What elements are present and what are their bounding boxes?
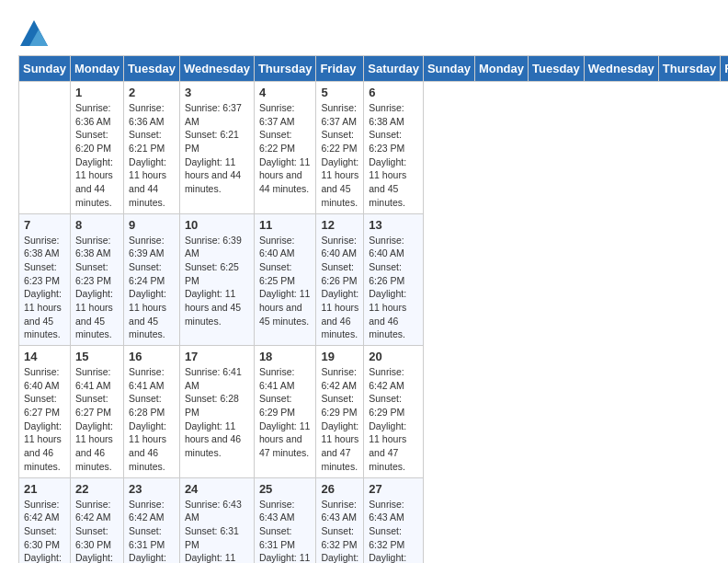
day-number: 24 — [185, 482, 249, 496]
day-header-sunday: Sunday — [423, 56, 474, 82]
calendar-table: SundayMondayTuesdayWednesdayThursdayFrid… — [18, 55, 728, 563]
week-row-1: 1Sunrise: 6:36 AMSunset: 6:20 PMDaylight… — [19, 82, 729, 214]
cell-info: Sunrise: 6:42 AMSunset: 6:30 PMDaylight:… — [75, 499, 113, 564]
day-number: 19 — [321, 350, 358, 363]
cell-info: Sunrise: 6:39 AMSunset: 6:25 PMDaylight:… — [185, 235, 242, 327]
calendar-cell: 14Sunrise: 6:40 AMSunset: 6:27 PMDayligh… — [19, 346, 71, 478]
day-number: 16 — [129, 350, 175, 363]
day-number: 3 — [185, 86, 249, 99]
cell-info: Sunrise: 6:42 AMSunset: 6:31 PMDaylight:… — [129, 499, 166, 564]
calendar-cell: 23Sunrise: 6:42 AMSunset: 6:31 PMDayligh… — [124, 477, 180, 563]
day-number: 9 — [129, 218, 175, 232]
calendar-cell: 11Sunrise: 6:40 AMSunset: 6:25 PMDayligh… — [254, 213, 316, 346]
cell-info: Sunrise: 6:42 AMSunset: 6:29 PMDaylight:… — [321, 366, 358, 472]
cell-info: Sunrise: 6:40 AMSunset: 6:25 PMDaylight:… — [259, 235, 310, 327]
calendar-cell: 15Sunrise: 6:41 AMSunset: 6:27 PMDayligh… — [70, 346, 123, 478]
day-header-friday: Friday — [316, 56, 364, 82]
calendar-cell: 21Sunrise: 6:42 AMSunset: 6:30 PMDayligh… — [19, 477, 71, 563]
calendar-cell: 19Sunrise: 6:42 AMSunset: 6:29 PMDayligh… — [316, 346, 364, 478]
calendar-cell: 5Sunrise: 6:37 AMSunset: 6:22 PMDaylight… — [316, 82, 364, 214]
calendar-cell: 27Sunrise: 6:43 AMSunset: 6:32 PMDayligh… — [364, 477, 424, 563]
day-number: 11 — [259, 218, 312, 232]
calendar-cell: 13Sunrise: 6:40 AMSunset: 6:26 PMDayligh… — [364, 213, 424, 346]
day-number: 7 — [24, 218, 65, 232]
calendar-cell: 9Sunrise: 6:39 AMSunset: 6:24 PMDaylight… — [124, 213, 180, 346]
day-number: 4 — [259, 86, 312, 99]
cell-info: Sunrise: 6:43 AMSunset: 6:32 PMDaylight:… — [369, 499, 406, 564]
day-number: 5 — [321, 86, 358, 99]
cell-info: Sunrise: 6:41 AMSunset: 6:28 PMDaylight:… — [129, 366, 166, 472]
day-header-wednesday: Wednesday — [179, 56, 254, 82]
day-number: 14 — [24, 350, 65, 363]
day-number: 6 — [369, 86, 418, 99]
day-number: 25 — [259, 482, 312, 496]
week-row-3: 14Sunrise: 6:40 AMSunset: 6:27 PMDayligh… — [19, 346, 729, 478]
calendar-cell: 7Sunrise: 6:38 AMSunset: 6:23 PMDaylight… — [19, 213, 71, 346]
day-number: 18 — [259, 350, 312, 363]
cell-info: Sunrise: 6:36 AMSunset: 6:20 PMDaylight:… — [75, 102, 113, 208]
calendar-cell: 2Sunrise: 6:36 AMSunset: 6:21 PMDaylight… — [124, 82, 180, 214]
calendar-cell: 25Sunrise: 6:43 AMSunset: 6:31 PMDayligh… — [254, 477, 316, 563]
calendar-cell: 1Sunrise: 6:36 AMSunset: 6:20 PMDaylight… — [70, 82, 123, 214]
calendar-cell: 26Sunrise: 6:43 AMSunset: 6:32 PMDayligh… — [316, 477, 364, 563]
day-number: 21 — [24, 482, 65, 496]
cell-info: Sunrise: 6:37 AMSunset: 6:21 PMDaylight:… — [185, 102, 242, 194]
calendar-cell: 24Sunrise: 6:43 AMSunset: 6:31 PMDayligh… — [179, 477, 254, 563]
cell-info: Sunrise: 6:38 AMSunset: 6:23 PMDaylight:… — [369, 102, 406, 208]
day-number: 20 — [369, 350, 418, 363]
cell-info: Sunrise: 6:39 AMSunset: 6:24 PMDaylight:… — [129, 235, 166, 340]
day-header-tuesday: Tuesday — [529, 56, 585, 82]
day-header-thursday: Thursday — [658, 56, 721, 82]
cell-info: Sunrise: 6:38 AMSunset: 6:23 PMDaylight:… — [75, 235, 113, 340]
day-header-monday: Monday — [70, 56, 123, 82]
page-header — [18, 18, 710, 46]
calendar-cell: 16Sunrise: 6:41 AMSunset: 6:28 PMDayligh… — [124, 346, 180, 478]
day-number: 10 — [185, 218, 249, 232]
day-number: 8 — [75, 218, 119, 232]
day-header-sunday: Sunday — [19, 56, 71, 82]
calendar-cell — [19, 82, 71, 214]
day-number: 26 — [321, 482, 358, 496]
header-row: SundayMondayTuesdayWednesdayThursdayFrid… — [19, 56, 729, 82]
day-header-saturday: Saturday — [364, 56, 424, 82]
day-header-monday: Monday — [474, 56, 528, 82]
cell-info: Sunrise: 6:40 AMSunset: 6:26 PMDaylight:… — [369, 235, 406, 340]
calendar-cell: 17Sunrise: 6:41 AMSunset: 6:28 PMDayligh… — [179, 346, 254, 478]
cell-info: Sunrise: 6:36 AMSunset: 6:21 PMDaylight:… — [129, 102, 166, 208]
cell-info: Sunrise: 6:42 AMSunset: 6:30 PMDaylight:… — [24, 499, 62, 564]
day-number: 1 — [75, 86, 119, 99]
cell-info: Sunrise: 6:42 AMSunset: 6:29 PMDaylight:… — [369, 366, 406, 472]
day-number: 2 — [129, 86, 175, 99]
calendar-cell: 20Sunrise: 6:42 AMSunset: 6:29 PMDayligh… — [364, 346, 424, 478]
logo — [18, 18, 48, 46]
cell-info: Sunrise: 6:37 AMSunset: 6:22 PMDaylight:… — [259, 102, 310, 194]
cell-info: Sunrise: 6:43 AMSunset: 6:31 PMDaylight:… — [259, 499, 310, 564]
cell-info: Sunrise: 6:43 AMSunset: 6:31 PMDaylight:… — [185, 499, 242, 564]
day-number: 17 — [185, 350, 249, 363]
week-row-4: 21Sunrise: 6:42 AMSunset: 6:30 PMDayligh… — [19, 477, 729, 563]
logo-icon — [20, 20, 48, 46]
cell-info: Sunrise: 6:38 AMSunset: 6:23 PMDaylight:… — [24, 235, 62, 340]
day-number: 23 — [129, 482, 175, 496]
day-number: 13 — [369, 218, 418, 232]
day-header-wednesday: Wednesday — [584, 56, 658, 82]
cell-info: Sunrise: 6:40 AMSunset: 6:26 PMDaylight:… — [321, 235, 358, 340]
cell-info: Sunrise: 6:41 AMSunset: 6:28 PMDaylight:… — [185, 366, 242, 458]
cell-info: Sunrise: 6:41 AMSunset: 6:29 PMDaylight:… — [259, 366, 310, 458]
day-number: 22 — [75, 482, 119, 496]
week-row-2: 7Sunrise: 6:38 AMSunset: 6:23 PMDaylight… — [19, 213, 729, 346]
calendar-cell: 10Sunrise: 6:39 AMSunset: 6:25 PMDayligh… — [179, 213, 254, 346]
day-header-friday: Friday — [721, 56, 728, 82]
cell-info: Sunrise: 6:37 AMSunset: 6:22 PMDaylight:… — [321, 102, 358, 208]
calendar-cell: 8Sunrise: 6:38 AMSunset: 6:23 PMDaylight… — [70, 213, 123, 346]
cell-info: Sunrise: 6:43 AMSunset: 6:32 PMDaylight:… — [321, 499, 358, 564]
day-number: 27 — [369, 482, 418, 496]
day-header-tuesday: Tuesday — [124, 56, 180, 82]
cell-info: Sunrise: 6:40 AMSunset: 6:27 PMDaylight:… — [24, 366, 62, 472]
day-number: 15 — [75, 350, 119, 363]
calendar-cell: 12Sunrise: 6:40 AMSunset: 6:26 PMDayligh… — [316, 213, 364, 346]
calendar-cell: 22Sunrise: 6:42 AMSunset: 6:30 PMDayligh… — [70, 477, 123, 563]
calendar-cell: 4Sunrise: 6:37 AMSunset: 6:22 PMDaylight… — [254, 82, 316, 214]
cell-info: Sunrise: 6:41 AMSunset: 6:27 PMDaylight:… — [75, 366, 113, 472]
calendar-cell: 6Sunrise: 6:38 AMSunset: 6:23 PMDaylight… — [364, 82, 424, 214]
